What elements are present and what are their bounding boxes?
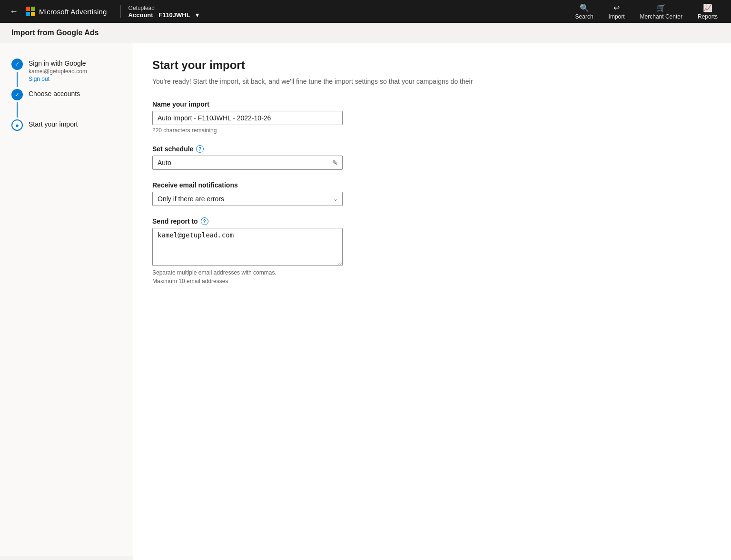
content-title: Start your import (152, 59, 712, 72)
page-title: Import from Google Ads (11, 29, 720, 37)
merchant-center-nav-button[interactable]: 🛒 Merchant Center (634, 1, 688, 22)
step2-circle: ✓ (11, 89, 23, 100)
set-schedule-group: Set schedule ? ✎ (152, 145, 343, 170)
checkmark-icon-2: ✓ (15, 91, 20, 98)
step1-line (17, 72, 18, 87)
import-label: Import (609, 13, 625, 20)
account-area: Getuplead Account F110JWHL ▾ (128, 5, 199, 19)
step-item-sign-in: ✓ Sign in with Google kamel@getuplead.co… (11, 59, 121, 89)
ms-logo (26, 7, 35, 16)
step3-connector: ● (11, 119, 23, 131)
logo-red (26, 7, 30, 11)
notifications-select-wrap: Only if there are errors Every import Ne… (152, 192, 343, 206)
set-schedule-label: Set schedule ? (152, 145, 343, 153)
reports-nav-button[interactable]: 📈 Reports (692, 1, 723, 22)
schedule-help-icon[interactable]: ? (196, 145, 204, 153)
step3-circle: ● (11, 119, 23, 131)
step2-connector: ✓ (11, 89, 23, 119)
back-button[interactable]: ← (8, 5, 20, 19)
account-name: Getuplead (128, 5, 199, 11)
step1-circle: ✓ (11, 59, 23, 70)
nav-divider (120, 5, 121, 18)
name-import-input[interactable] (152, 111, 343, 125)
sidebar: ✓ Sign in with Google kamel@getuplead.co… (0, 43, 133, 556)
logo-yellow (31, 12, 35, 16)
notifications-select[interactable]: Only if there are errors Every import Ne… (152, 192, 343, 206)
report-email-textarea[interactable]: kamel@getuplead.com (152, 228, 343, 266)
step1-title: Sign in with Google (29, 59, 87, 67)
search-icon: 🔍 (580, 3, 589, 12)
report-hint1: Separate multiple email addresses with c… (152, 269, 343, 276)
ms-logo-area: Microsoft Advertising (26, 7, 107, 16)
email-notifications-group: Receive email notifications Only if ther… (152, 181, 343, 206)
step1-subtitle: kamel@getuplead.com (29, 68, 87, 75)
checkmark-icon: ✓ (15, 61, 20, 68)
report-hint2: Maximum 10 email addresses (152, 278, 343, 285)
search-label: Search (575, 13, 593, 20)
cart-icon: 🛒 (656, 3, 666, 12)
logo-green (31, 7, 35, 11)
main-layout: ✓ Sign in with Google kamel@getuplead.co… (0, 43, 731, 556)
step2-line (17, 102, 18, 118)
page-header: Import from Google Ads (0, 23, 731, 43)
step3-content: Start your import (29, 119, 78, 128)
step-item-start-import: ● Start your import (11, 119, 121, 131)
brand-name: Microsoft Advertising (39, 8, 107, 16)
step1-connector: ✓ (11, 59, 23, 89)
reports-label: Reports (698, 13, 718, 20)
name-import-hint: 220 characters remaining (152, 127, 343, 134)
account-chevron-icon: ▾ (196, 11, 199, 19)
import-icon: ↩ (613, 3, 620, 12)
report-help-icon[interactable]: ? (201, 217, 208, 225)
edit-schedule-icon[interactable]: ✎ (332, 159, 338, 167)
back-icon: ← (10, 7, 18, 17)
step1-content: Sign in with Google kamel@getuplead.com … (29, 59, 87, 82)
email-notifications-label: Receive email notifications (152, 181, 343, 189)
send-report-label: Send report to ? (152, 217, 343, 225)
send-report-group: Send report to ? kamel@getuplead.com Sep… (152, 217, 343, 285)
sign-out-link[interactable]: Sign out (29, 76, 49, 82)
name-import-group: Name your import 220 characters remainin… (152, 100, 343, 134)
account-id[interactable]: Account F110JWHL ▾ (128, 11, 199, 19)
schedule-input[interactable] (152, 156, 343, 170)
step3-dot: ● (15, 122, 19, 129)
logo-blue (26, 12, 30, 16)
top-navigation: ← Microsoft Advertising Getuplead Accoun… (0, 0, 731, 23)
step2-content: Choose accounts (29, 89, 80, 98)
step2-title: Choose accounts (29, 90, 80, 98)
content-area: Start your import You're ready! Start th… (133, 43, 731, 556)
page-footer: Back Start import Advanced import (133, 556, 731, 560)
step3-title: Start your import (29, 120, 78, 128)
nav-actions: 🔍 Search ↩ Import 🛒 Merchant Center 📈 Re… (570, 1, 723, 22)
content-description: You're ready! Start the import, sit back… (152, 78, 533, 85)
schedule-input-wrap: ✎ (152, 156, 343, 170)
search-nav-button[interactable]: 🔍 Search (570, 1, 599, 22)
name-import-label: Name your import (152, 100, 343, 108)
reports-icon: 📈 (703, 3, 712, 12)
merchant-label: Merchant Center (640, 13, 682, 20)
import-nav-button[interactable]: ↩ Import (603, 1, 631, 22)
step-item-choose-accounts: ✓ Choose accounts (11, 89, 121, 119)
